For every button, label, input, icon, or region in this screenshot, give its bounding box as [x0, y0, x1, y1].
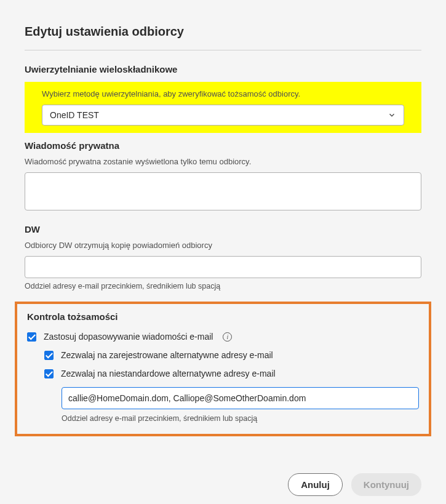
mfa-selected-value: OneID TEST	[50, 110, 99, 120]
custom-emails-hint: Oddziel adresy e-mail przecinkiem, średn…	[62, 414, 419, 423]
identity-heading: Kontrola tożsamości	[27, 311, 419, 322]
mfa-section: Uwierzytelnianie wieloskładnikowe	[25, 64, 421, 74]
mfa-highlight: Wybierz metodę uwierzytelniania, aby zwe…	[25, 82, 421, 133]
mfa-heading: Uwierzytelnianie wieloskładnikowe	[25, 64, 421, 74]
email-matching-checkbox[interactable]	[27, 332, 36, 342]
mfa-method-dropdown[interactable]: OneID TEST	[42, 105, 404, 126]
cancel-button[interactable]: Anuluj	[288, 473, 343, 496]
cc-hint: Odbiorcy DW otrzymują kopię powiadomień …	[25, 241, 421, 250]
allow-registered-checkbox[interactable]	[44, 351, 54, 360]
allow-registered-label: Zezwalaj na zarejestrowane alternatywne …	[61, 350, 273, 360]
edit-recipient-settings-dialog: Edytuj ustawienia odbiorcy Uwierzytelnia…	[0, 0, 446, 504]
continue-button[interactable]: Kontynuuj	[351, 473, 421, 496]
allow-custom-checkbox[interactable]	[44, 369, 54, 378]
private-message-section: Wiadomość prywatna Wiadomość prywatna zo…	[25, 140, 421, 213]
identity-control-highlight: Kontrola tożsamości Zastosuj dopasowywan…	[15, 302, 431, 436]
allow-registered-row: Zezwalaj na zarejestrowane alternatywne …	[44, 350, 419, 360]
private-message-input[interactable]	[25, 172, 421, 210]
private-message-heading: Wiadomość prywatna	[25, 140, 421, 151]
cc-separator-hint: Oddziel adresy e-mail przecinkiem, średn…	[25, 282, 421, 290]
cc-heading: DW	[25, 224, 421, 234]
email-matching-label: Zastosuj dopasowywanie wiadomości e-mail	[44, 332, 213, 342]
custom-emails-wrap	[62, 387, 419, 409]
allow-custom-label: Zezwalaj na niestandardowe alternatywne …	[61, 369, 276, 378]
cc-input[interactable]	[25, 256, 421, 278]
dialog-footer: Anuluj Kontynuuj	[25, 473, 421, 496]
email-matching-row: Zastosuj dopasowywanie wiadomości e-mail…	[27, 332, 419, 342]
mfa-hint: Wybierz metodę uwierzytelniania, aby zwe…	[42, 89, 404, 98]
chevron-down-icon	[388, 111, 396, 119]
dialog-title: Edytuj ustawienia odbiorcy	[25, 25, 421, 50]
allow-custom-row: Zezwalaj na niestandardowe alternatywne …	[44, 369, 419, 378]
info-icon[interactable]: i	[223, 332, 232, 342]
custom-emails-input[interactable]	[62, 387, 419, 409]
cc-section: DW Odbiorcy DW otrzymują kopię powiadomi…	[25, 224, 421, 290]
private-message-hint: Wiadomość prywatna zostanie wyświetlona …	[25, 157, 421, 166]
